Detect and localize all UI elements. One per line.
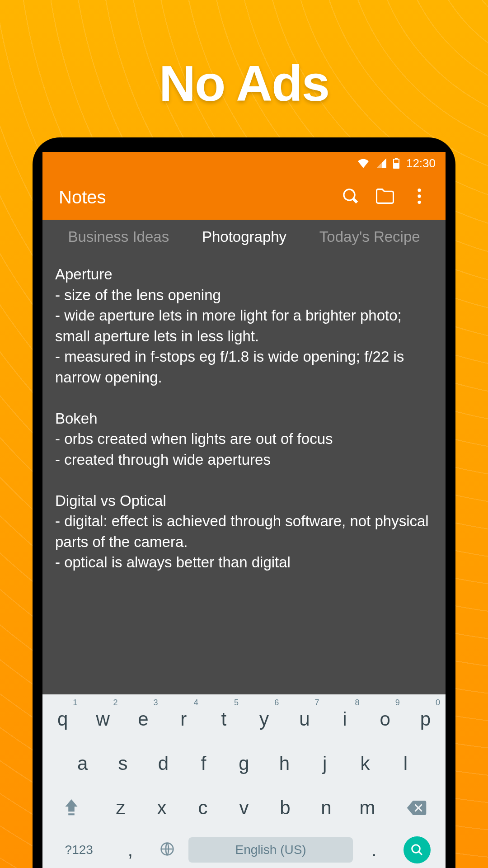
period-key[interactable]: . (356, 830, 393, 868)
svg-point-3 (418, 201, 421, 204)
key-f[interactable]: f (183, 741, 224, 786)
key-z[interactable]: z (100, 786, 141, 830)
note-editor[interactable]: Aperture - size of the lens opening - wi… (42, 254, 446, 694)
spacebar[interactable]: English (US) (188, 837, 353, 863)
key-o[interactable]: o9 (365, 697, 405, 741)
key-p[interactable]: p0 (405, 697, 446, 741)
comma-key[interactable]: , (112, 830, 149, 868)
folder-icon (376, 188, 394, 206)
language-key[interactable] (149, 830, 186, 868)
promo-title: No Ads (0, 54, 488, 113)
svg-point-2 (418, 194, 421, 198)
keyboard-row-3: zxcvbnm (42, 786, 446, 830)
key-hint: 2 (113, 698, 117, 708)
svg-point-1 (418, 189, 421, 192)
keyboard-row-1: q1w2e3r4t5y6u7i8o9p0 (42, 697, 446, 741)
tab-business-ideas[interactable]: Business Ideas (68, 228, 169, 245)
backspace-key[interactable] (388, 786, 446, 830)
key-hint: 3 (154, 698, 158, 708)
key-i[interactable]: i8 (324, 697, 365, 741)
key-u[interactable]: u7 (284, 697, 324, 741)
keyboard-row-2: asdfghjkl (42, 741, 446, 786)
tab-photography[interactable]: Photography (202, 228, 286, 245)
phone-screen: 12:30 Notes Business Ideas Phot (42, 152, 446, 868)
key-d[interactable]: d (143, 741, 183, 786)
more-vert-icon (418, 189, 421, 206)
key-t[interactable]: t5 (204, 697, 244, 741)
enter-key[interactable] (393, 830, 442, 868)
key-s[interactable]: s (103, 741, 143, 786)
key-e[interactable]: e3 (123, 697, 163, 741)
key-hint: 5 (234, 698, 239, 708)
keyboard-row-4: ?123 , English (US) . (42, 830, 446, 868)
key-a[interactable]: a (62, 741, 103, 786)
status-bar: 12:30 (42, 152, 446, 175)
key-h[interactable]: h (264, 741, 305, 786)
key-q[interactable]: q1 (42, 697, 83, 741)
key-g[interactable]: g (224, 741, 264, 786)
more-button[interactable] (407, 184, 432, 210)
svg-rect-0 (394, 160, 399, 163)
key-hint: 9 (395, 698, 400, 708)
svg-rect-4 (68, 813, 75, 815)
key-hint: 6 (274, 698, 279, 708)
globe-icon (160, 839, 174, 861)
soft-keyboard: q1w2e3r4t5y6u7i8o9p0 asdfghjkl zxcvbnm ?… (42, 694, 446, 868)
key-r[interactable]: r4 (164, 697, 204, 741)
cellular-signal-icon (375, 158, 386, 168)
key-hint: 0 (436, 698, 440, 708)
wifi-icon (357, 158, 369, 168)
key-hint: 8 (355, 698, 360, 708)
key-hint: 1 (73, 698, 77, 708)
symbols-key[interactable]: ?123 (46, 830, 112, 868)
folder-button[interactable] (372, 184, 398, 210)
search-icon (343, 188, 359, 206)
enter-search-icon (404, 836, 431, 863)
status-time: 12:30 (406, 156, 436, 170)
search-button[interactable] (338, 184, 363, 210)
phone-frame: 12:30 Notes Business Ideas Phot (33, 137, 455, 868)
backspace-icon (407, 801, 427, 815)
note-tabs: Business Ideas Photography Today's Recip… (42, 220, 446, 254)
key-m[interactable]: m (347, 786, 388, 830)
key-w[interactable]: w2 (83, 697, 123, 741)
key-j[interactable]: j (305, 741, 345, 786)
key-y[interactable]: y6 (244, 697, 284, 741)
key-l[interactable]: l (385, 741, 426, 786)
key-n[interactable]: n (306, 786, 347, 830)
battery-icon (393, 158, 400, 169)
app-bar: Notes (42, 175, 446, 220)
key-v[interactable]: v (223, 786, 264, 830)
key-hint: 4 (194, 698, 198, 708)
shift-icon (64, 799, 79, 816)
tab-todays-recipe[interactable]: Today's Recipe (319, 228, 420, 245)
shift-key[interactable] (42, 786, 100, 830)
key-c[interactable]: c (182, 786, 223, 830)
app-title: Notes (59, 187, 329, 208)
key-hint: 7 (314, 698, 319, 708)
key-x[interactable]: x (141, 786, 182, 830)
key-b[interactable]: b (265, 786, 306, 830)
key-k[interactable]: k (345, 741, 385, 786)
